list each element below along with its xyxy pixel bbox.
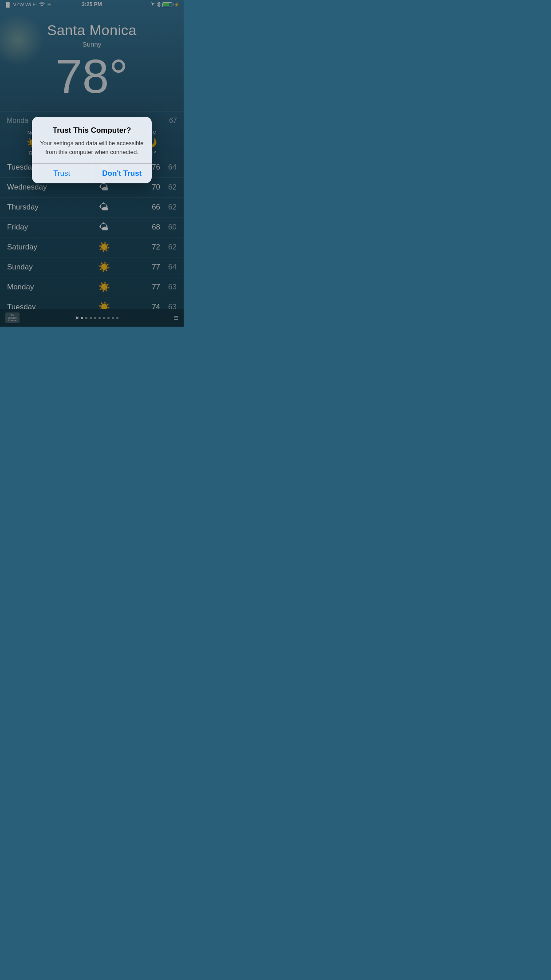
alert-content: Trust This Computer? Your settings and d… <box>32 117 152 163</box>
alert-title: Trust This Computer? <box>39 126 145 135</box>
alert-buttons: Trust Don't Trust <box>32 163 152 183</box>
alert-message: Your settings and data will be accessibl… <box>39 139 145 156</box>
trust-computer-alert: Trust This Computer? Your settings and d… <box>32 117 152 183</box>
modal-overlay: Trust This Computer? Your settings and d… <box>0 0 184 327</box>
trust-button[interactable]: Trust <box>32 164 92 183</box>
dont-trust-button[interactable]: Don't Trust <box>92 164 152 183</box>
